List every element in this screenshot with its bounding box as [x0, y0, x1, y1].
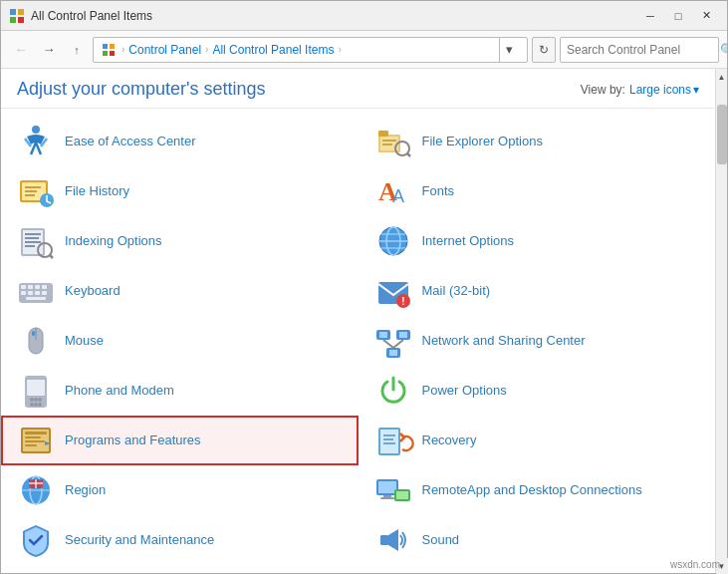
- svg-rect-0: [10, 9, 16, 15]
- refresh-button[interactable]: ↻: [532, 37, 556, 63]
- svg-rect-85: [380, 497, 394, 499]
- window-controls: ─ □ ✕: [637, 6, 719, 26]
- search-input[interactable]: [567, 43, 716, 57]
- mouse-label: Mouse: [65, 333, 104, 350]
- mail-icon: !: [374, 272, 412, 310]
- svg-line-58: [383, 340, 393, 348]
- item-programs-features[interactable]: Programs and Features: [1, 416, 359, 465]
- svg-rect-6: [103, 51, 108, 56]
- svg-line-59: [393, 340, 403, 348]
- svg-rect-88: [380, 535, 388, 545]
- svg-rect-37: [21, 285, 26, 289]
- ease-of-access-label: Ease of Access Center: [65, 134, 196, 150]
- item-keyboard[interactable]: Keyboard: [1, 266, 359, 316]
- item-recovery[interactable]: Recovery: [359, 416, 716, 465]
- titlebar: All Control Panel Items ─ □ ✕: [1, 1, 727, 31]
- item-fonts[interactable]: AA Fonts: [359, 166, 716, 216]
- svg-line-17: [407, 153, 410, 156]
- view-by-control: View by: Large icons ▾: [581, 83, 699, 97]
- item-remoteapp[interactable]: RemoteApp and Desktop Connections: [359, 465, 716, 515]
- content-panel: Adjust your computer's settings View by:…: [1, 69, 715, 574]
- svg-rect-75: [380, 430, 398, 453]
- item-security-maintenance[interactable]: Security and Maintenance: [1, 515, 359, 563]
- programs-features-label: Programs and Features: [65, 432, 201, 449]
- minimize-button[interactable]: ─: [637, 6, 663, 26]
- svg-rect-26: [25, 237, 39, 239]
- recovery-label: Recovery: [422, 432, 477, 449]
- mouse-icon: [17, 322, 55, 360]
- svg-rect-72: [25, 440, 45, 442]
- network-sharing-label: Network and Sharing Center: [422, 333, 586, 350]
- svg-point-66: [34, 403, 38, 407]
- sound-label: Sound: [422, 532, 460, 549]
- svg-text:A: A: [392, 186, 404, 206]
- svg-rect-1: [18, 9, 24, 15]
- network-sharing-icon: [374, 322, 412, 360]
- file-explorer-options-icon: [374, 123, 412, 160]
- svg-rect-7: [110, 51, 115, 56]
- item-file-history[interactable]: File History: [1, 166, 359, 216]
- svg-rect-5: [110, 44, 115, 49]
- svg-rect-28: [25, 245, 35, 247]
- items-grid: Ease of Access Center File Explorer Opti…: [1, 109, 715, 563]
- item-sound[interactable]: Sound: [359, 515, 716, 563]
- item-power-options[interactable]: Power Options: [359, 366, 716, 416]
- item-mail[interactable]: ! Mail (32-bit): [359, 266, 716, 316]
- sound-icon: [374, 521, 412, 559]
- power-options-icon: [374, 372, 412, 410]
- breadcrumb-sep-2: ›: [205, 44, 208, 55]
- svg-line-10: [36, 143, 41, 154]
- item-internet-options[interactable]: Internet Options: [359, 216, 716, 266]
- up-button[interactable]: ↑: [65, 38, 89, 62]
- svg-rect-43: [35, 291, 40, 295]
- svg-rect-44: [42, 291, 47, 295]
- svg-rect-53: [379, 332, 387, 338]
- ease-of-access-icon: [17, 123, 55, 160]
- svg-rect-40: [42, 285, 47, 289]
- keyboard-icon: [17, 272, 55, 310]
- item-network-sharing[interactable]: Network and Sharing Center: [359, 316, 716, 366]
- item-region[interactable]: Region: [1, 465, 359, 515]
- svg-rect-84: [383, 495, 391, 497]
- file-history-icon: [17, 172, 55, 210]
- search-box[interactable]: 🔍: [560, 37, 719, 63]
- forward-button[interactable]: →: [37, 38, 61, 62]
- internet-options-label: Internet Options: [422, 233, 515, 250]
- svg-line-30: [50, 255, 53, 258]
- fonts-icon: AA: [374, 172, 412, 210]
- item-indexing-options[interactable]: Indexing Options: [1, 216, 359, 266]
- scrollbar[interactable]: ▲ ▼: [715, 69, 727, 574]
- address-box[interactable]: › Control Panel › All Control Panel Item…: [93, 37, 528, 63]
- file-history-label: File History: [65, 183, 129, 200]
- power-options-label: Power Options: [422, 383, 507, 400]
- address-chevron[interactable]: ▾: [499, 37, 519, 63]
- file-explorer-options-label: File Explorer Options: [422, 134, 543, 150]
- scroll-up-arrow[interactable]: ▲: [716, 69, 728, 85]
- region-icon: [17, 471, 55, 509]
- search-icon: 🔍: [720, 43, 728, 57]
- breadcrumb-all-items[interactable]: All Control Panel Items: [212, 43, 334, 57]
- svg-rect-25: [25, 233, 41, 235]
- keyboard-label: Keyboard: [65, 283, 121, 300]
- item-ease-of-access[interactable]: Ease of Access Center: [1, 117, 359, 166]
- breadcrumb-sep-3: ›: [338, 44, 341, 55]
- back-button[interactable]: ←: [9, 38, 33, 62]
- close-button[interactable]: ✕: [693, 6, 719, 26]
- svg-rect-2: [10, 17, 16, 23]
- breadcrumb: › Control Panel › All Control Panel Item…: [102, 42, 499, 58]
- maximize-button[interactable]: □: [665, 6, 691, 26]
- main-area: Adjust your computer's settings View by:…: [1, 69, 727, 574]
- item-phone-modem[interactable]: Phone and Modem: [1, 366, 359, 416]
- breadcrumb-control-panel[interactable]: Control Panel: [128, 43, 201, 57]
- remoteapp-icon: [374, 471, 412, 509]
- view-by-value[interactable]: Large icons ▾: [629, 83, 699, 97]
- item-mouse[interactable]: Mouse: [1, 316, 359, 366]
- scrollbar-thumb[interactable]: [717, 105, 727, 164]
- svg-rect-71: [25, 436, 41, 438]
- mail-label: Mail (32-bit): [422, 283, 491, 300]
- security-maintenance-label: Security and Maintenance: [65, 532, 214, 549]
- svg-line-9: [31, 143, 36, 154]
- item-file-explorer-options[interactable]: File Explorer Options: [359, 117, 716, 166]
- remoteapp-label: RemoteApp and Desktop Connections: [422, 482, 642, 499]
- svg-point-65: [30, 403, 34, 407]
